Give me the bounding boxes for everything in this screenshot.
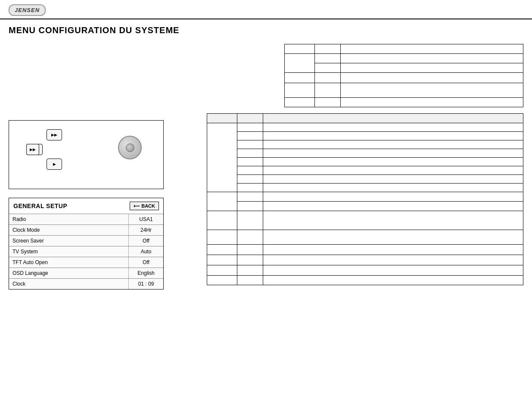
- rotary-knob-inner: [126, 143, 134, 152]
- table-header-row: [207, 114, 523, 123]
- table-row: [207, 276, 523, 285]
- clock-mode-label: Clock Mode: [9, 225, 129, 235]
- upper-right-section: [284, 40, 523, 107]
- setup-header: GENERAL SETUP ⟵ BACK: [9, 198, 163, 214]
- dpad-down-button[interactable]: ▶: [47, 159, 62, 170]
- control-diagram: ▶▶ ◀◀ ▶/I ▶▶: [9, 120, 164, 189]
- tft-auto-open-label: TFT Auto Open: [9, 257, 129, 268]
- table-row: [285, 98, 523, 107]
- play-icon: ▶: [53, 162, 56, 166]
- table-row: [207, 245, 523, 255]
- setup-row-osd-language: OSD Language English: [9, 268, 163, 278]
- right-table-area: [207, 112, 523, 290]
- lower-right-table: [207, 113, 523, 285]
- table-row: [285, 63, 523, 73]
- table-row: [207, 166, 523, 175]
- upper-right-table: [284, 44, 523, 107]
- setup-row-tv-system: TV System Auto: [9, 246, 163, 257]
- dpad-right-button[interactable]: ▶▶: [26, 144, 39, 155]
- table-row: [207, 123, 523, 132]
- setup-row-screen-saver: Screen Saver Off: [9, 235, 163, 246]
- setup-title: GENERAL SETUP: [13, 202, 67, 209]
- tv-system-value[interactable]: Auto: [129, 246, 163, 257]
- page-title: MENU CONFIGURATION DU SYSTEME: [0, 19, 532, 40]
- table-row: [207, 149, 523, 158]
- tft-auto-open-value[interactable]: Off: [129, 257, 163, 268]
- table-row: [207, 158, 523, 166]
- skip-icon: ▶▶: [30, 147, 36, 152]
- table-row: [207, 265, 523, 276]
- text-area-left: [9, 40, 276, 107]
- fast-forward-icon: ▶▶: [51, 133, 57, 137]
- osd-language-value[interactable]: English: [129, 268, 163, 278]
- tv-system-label: TV System: [9, 246, 129, 257]
- table-row: [285, 73, 523, 83]
- table-row: [285, 54, 523, 63]
- dpad-layout: ▶▶ ◀◀ ▶/I ▶▶: [26, 129, 82, 181]
- logo: JENSEN: [9, 4, 46, 16]
- screen-saver-value[interactable]: Off: [129, 236, 163, 246]
- screen-saver-label: Screen Saver: [9, 236, 129, 246]
- table-row: [207, 175, 523, 184]
- table-row: [207, 140, 523, 149]
- radio-label: Radio: [9, 214, 129, 224]
- setup-row-clock: Clock 01 : 09: [9, 278, 163, 289]
- setup-row-radio: Radio USA1: [9, 214, 163, 224]
- lower-section: ▶▶ ◀◀ ▶/I ▶▶: [0, 112, 532, 290]
- page-header: JENSEN: [0, 0, 532, 19]
- left-area: ▶▶ ◀◀ ▶/I ▶▶: [9, 112, 198, 290]
- clock-label: Clock: [9, 279, 129, 289]
- osd-language-label: OSD Language: [9, 268, 129, 278]
- table-row: [207, 202, 523, 211]
- table-row: [285, 44, 523, 54]
- setup-row-clock-mode: Clock Mode 24Hr: [9, 224, 163, 235]
- setup-row-tft-auto-open: TFT Auto Open Off: [9, 257, 163, 268]
- clock-mode-value[interactable]: 24Hr: [129, 225, 163, 235]
- back-button[interactable]: ⟵ BACK: [130, 202, 159, 210]
- table-row: [207, 230, 523, 245]
- table-row: [207, 211, 523, 230]
- table-row: [285, 83, 523, 98]
- radio-value[interactable]: USA1: [129, 214, 163, 224]
- back-arrow-icon: ⟵: [134, 204, 140, 209]
- setup-panel: GENERAL SETUP ⟵ BACK Radio USA1 Clock Mo…: [9, 198, 164, 290]
- clock-value[interactable]: 01 : 09: [129, 279, 163, 289]
- rotary-knob[interactable]: [118, 136, 142, 159]
- table-row: [207, 132, 523, 140]
- dpad-up-button[interactable]: ▶▶: [47, 129, 62, 140]
- back-label: BACK: [141, 203, 155, 209]
- table-row: [207, 255, 523, 265]
- table-row: [207, 184, 523, 192]
- table-row: [207, 192, 523, 202]
- dpad: ▶▶ ◀◀ ▶/I ▶▶: [26, 129, 82, 181]
